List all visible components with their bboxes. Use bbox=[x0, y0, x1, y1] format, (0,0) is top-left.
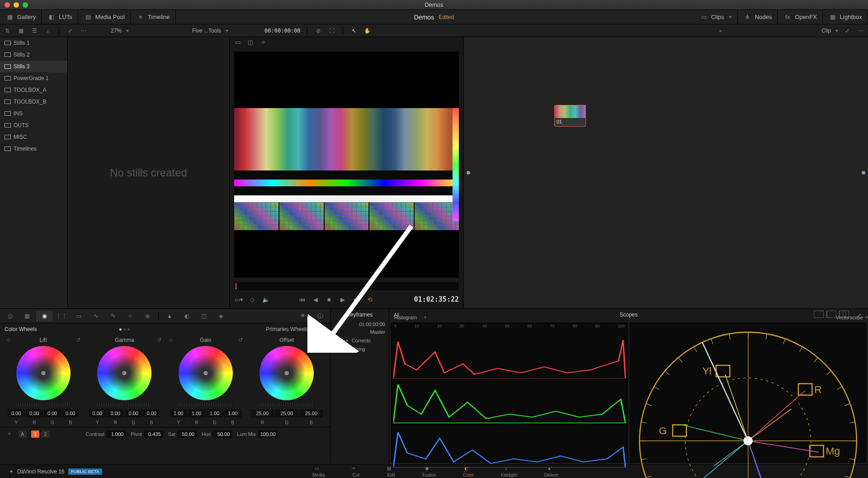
histogram-scope[interactable]: Histogram▾ 0102030405060708090100 bbox=[391, 322, 628, 463]
tab-eye-icon[interactable]: 👁 bbox=[295, 311, 311, 322]
bypass-icon[interactable]: ⊘ bbox=[314, 26, 323, 35]
wheels-style-icon[interactable]: ⊡ bbox=[316, 325, 326, 334]
tab-sizing[interactable]: ◫ bbox=[196, 311, 212, 322]
tab-curves[interactable]: ∿ bbox=[88, 311, 104, 322]
wheel-value[interactable]: 0.00 bbox=[89, 409, 106, 417]
expand2-icon[interactable]: ⤢ bbox=[843, 26, 852, 35]
tab-motion[interactable]: ▭ bbox=[71, 311, 87, 322]
reset-icon[interactable]: ↺ bbox=[76, 337, 80, 343]
sort-icon[interactable]: ⇅ bbox=[3, 26, 12, 35]
list-view-icon[interactable]: ☰ bbox=[30, 26, 39, 35]
wheel-value[interactable]: 1.00 bbox=[224, 409, 241, 417]
window-minimize-icon[interactable] bbox=[14, 2, 19, 8]
pivot-value[interactable]: 0.435 bbox=[144, 431, 164, 438]
keyframe-row-corrector[interactable]: ●◆▸Correcto bbox=[330, 336, 389, 345]
lightbox-button[interactable]: ▦Lightbox bbox=[823, 10, 868, 24]
ab-a[interactable]: A bbox=[18, 431, 27, 438]
wheel-value[interactable]: 0.00 bbox=[26, 409, 43, 417]
wheel-value[interactable]: 0.00 bbox=[62, 409, 79, 417]
clip-name[interactable]: Five ...Tools bbox=[192, 28, 221, 34]
reset-icon[interactable]: ↺ bbox=[238, 337, 243, 343]
window-close-icon[interactable] bbox=[5, 2, 10, 8]
viewer-timecode[interactable]: 01:02:35:22 bbox=[414, 295, 459, 303]
wheel-value[interactable]: 25.00 bbox=[250, 409, 274, 417]
gallery-item-stills-1[interactable]: Stills 1 bbox=[0, 37, 67, 49]
wheel-value[interactable]: 0.00 bbox=[44, 409, 61, 417]
wheel-value[interactable]: 25.00 bbox=[299, 409, 323, 417]
lummix-value[interactable]: 100.00 bbox=[258, 431, 278, 438]
viewer-unknown-icon[interactable]: ◇ bbox=[248, 295, 257, 304]
color-wheel-offset[interactable] bbox=[259, 346, 314, 400]
expand-icon[interactable]: ⤢ bbox=[66, 26, 75, 35]
page-2-button[interactable]: 2 bbox=[41, 431, 49, 438]
page-cut[interactable]: ✂Cut bbox=[352, 466, 360, 478]
gallery-button[interactable]: ▦Gallery bbox=[0, 10, 42, 24]
jog-wheel[interactable] bbox=[97, 403, 151, 407]
node-01[interactable]: 01 bbox=[554, 105, 586, 127]
tab-blur[interactable]: ▲ bbox=[161, 311, 178, 322]
clip-menu[interactable]: Clip bbox=[821, 28, 831, 34]
gallery-item-toolbox_b[interactable]: TOOLBOX_B bbox=[0, 96, 67, 108]
wheel-value[interactable]: 0.00 bbox=[125, 409, 142, 417]
wheel-value[interactable]: 0.00 bbox=[143, 409, 160, 417]
reset-icon[interactable]: ↺ bbox=[319, 337, 324, 343]
play-back-icon[interactable]: ◀ bbox=[311, 295, 320, 304]
viewer-scrubber[interactable] bbox=[234, 282, 459, 290]
search-icon[interactable]: ⌕ bbox=[43, 26, 52, 35]
page-1-button[interactable]: 1 bbox=[31, 431, 39, 438]
jog-wheel[interactable] bbox=[16, 403, 71, 407]
wheel-value[interactable]: 1.00 bbox=[170, 409, 187, 417]
stop-icon[interactable]: ■ bbox=[325, 295, 334, 304]
mute-icon[interactable]: 🔈 bbox=[261, 295, 270, 304]
nodes-panel[interactable]: 01 bbox=[464, 37, 868, 308]
loop-icon[interactable]: ⟲ bbox=[365, 295, 374, 304]
tab-key[interactable]: ◐ bbox=[179, 311, 195, 322]
tab-color-match[interactable]: ▦ bbox=[19, 311, 35, 322]
scope-layout-1[interactable] bbox=[814, 311, 824, 318]
more2-icon[interactable]: ⋯ bbox=[856, 26, 865, 35]
node-input-dot[interactable] bbox=[467, 171, 470, 175]
gallery-item-misc[interactable]: MISC bbox=[0, 131, 67, 143]
hand-icon[interactable]: ✋ bbox=[363, 26, 372, 35]
gallery-item-stills-3[interactable]: Stills 3 bbox=[0, 61, 67, 72]
timecode-in[interactable]: 00:00:00:00 bbox=[264, 28, 300, 34]
gallery-item-toolbox_a[interactable]: TOOLBOX_A bbox=[0, 84, 67, 96]
vectorscope-scope[interactable]: Vectorscope▾ R bbox=[630, 322, 867, 463]
tab-tracking[interactable]: ⊕ bbox=[139, 311, 156, 322]
more-icon[interactable]: ⋯ bbox=[79, 26, 88, 35]
color-wheel-gamma[interactable] bbox=[97, 346, 151, 400]
page-media[interactable]: ▭Media bbox=[312, 466, 325, 478]
wheel-value[interactable]: 1.00 bbox=[188, 409, 205, 417]
tab-camera-raw[interactable]: ◎ bbox=[2, 311, 18, 322]
mediapool-button[interactable]: ▤Media Pool bbox=[78, 10, 131, 24]
prev-clip-icon[interactable]: ⏮ bbox=[297, 295, 307, 304]
reset-icon[interactable]: ↺ bbox=[157, 337, 161, 343]
keyframe-row-sizing[interactable]: ●◆▸Sizing bbox=[330, 345, 389, 353]
jog-wheel[interactable] bbox=[179, 403, 233, 407]
gallery-item-stills-2[interactable]: Stills 2 bbox=[0, 49, 67, 61]
viewer-image[interactable] bbox=[234, 52, 459, 278]
primaries-mode[interactable]: Primaries Wheels ▾ bbox=[266, 326, 313, 332]
play-icon[interactable]: ▶ bbox=[338, 295, 347, 304]
tab-3d[interactable]: ◈ bbox=[213, 311, 229, 322]
wheel-value[interactable]: 25.00 bbox=[275, 409, 298, 417]
viewer-mode-icon[interactable]: ▭▾ bbox=[234, 295, 243, 304]
tab-info-icon[interactable]: ⓘ bbox=[312, 311, 328, 322]
viewer-single-icon[interactable]: ▭ bbox=[233, 38, 242, 47]
hue-value[interactable]: 50.00 bbox=[212, 431, 232, 438]
picker-icon[interactable]: ⊹ bbox=[169, 337, 173, 343]
wheel-value[interactable]: 0.00 bbox=[107, 409, 124, 417]
wheel-value[interactable]: 1.00 bbox=[206, 409, 223, 417]
gallery-item-outs[interactable]: OUTS bbox=[0, 119, 67, 131]
gallery-item-timelines[interactable]: Timelines bbox=[0, 143, 67, 155]
auto-balance-icon[interactable]: ✧ bbox=[5, 430, 14, 439]
openfx-button[interactable]: fxOpenFX bbox=[778, 10, 822, 24]
cursor-icon[interactable]: ↖ bbox=[349, 26, 359, 35]
luts-button[interactable]: ◧LUTs bbox=[42, 10, 78, 24]
sat-value[interactable]: 50.00 bbox=[177, 431, 197, 438]
nodes-button[interactable]: ⋔Nodes bbox=[738, 10, 778, 24]
tab-qualifier[interactable]: ✎ bbox=[105, 311, 121, 322]
picker-icon[interactable]: ⊹ bbox=[6, 337, 11, 343]
tab-window[interactable]: ○ bbox=[122, 311, 138, 322]
scope-layout-2[interactable] bbox=[826, 311, 836, 318]
